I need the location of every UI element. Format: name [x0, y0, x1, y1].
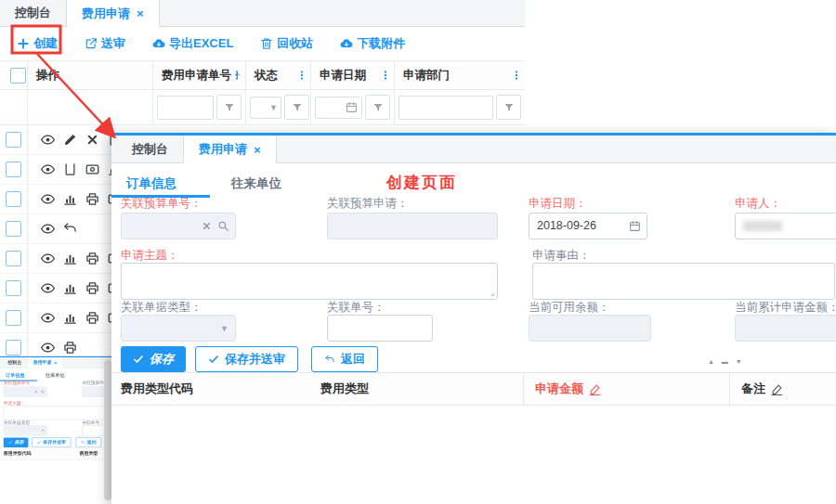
doc-type-select[interactable]: ▼: [121, 315, 236, 342]
calendar-icon[interactable]: [346, 101, 358, 113]
date-filter-input[interactable]: [315, 97, 362, 119]
x-icon[interactable]: [85, 133, 99, 147]
printer-icon[interactable]: [63, 341, 77, 355]
vertical-scrollbar[interactable]: [104, 360, 111, 500]
export-excel-button[interactable]: 导出EXCEL: [152, 35, 233, 52]
cloud-download-icon: [340, 37, 353, 50]
apply-date-label: 申请日期：: [529, 196, 587, 212]
submit-review-button[interactable]: 送审: [85, 35, 125, 52]
trash-icon: [260, 37, 273, 50]
chart-icon[interactable]: [63, 311, 77, 325]
window-tab-console[interactable]: 控制台: [117, 136, 183, 162]
subtab-order-info[interactable]: 订单信息: [126, 175, 176, 192]
eye-icon[interactable]: [41, 311, 55, 325]
column-menu-icon[interactable]: [231, 70, 242, 81]
row-checkbox[interactable]: [6, 340, 21, 355]
mini-window-tab-bar: 控制台 费用申请 ×: [0, 357, 112, 368]
tab-expense-request[interactable]: 费用申请 ×: [66, 0, 160, 27]
column-menu-icon[interactable]: [511, 70, 522, 81]
create-button[interactable]: 创建: [17, 35, 58, 52]
select-all-checkbox[interactable]: [10, 68, 26, 84]
tab-expense-label: 费用申请: [82, 6, 130, 22]
column-status[interactable]: 状态: [246, 61, 311, 89]
mini-save-button: 保存: [4, 437, 29, 447]
doc-no-input[interactable]: [327, 315, 433, 342]
applicant-input[interactable]: [735, 213, 836, 239]
download-attachment-button[interactable]: 下载附件: [340, 35, 405, 52]
tab-console-label: 控制台: [15, 5, 51, 21]
calendar-icon[interactable]: [629, 220, 641, 232]
filter-funnel-icon[interactable]: [496, 95, 521, 120]
row-checkbox[interactable]: [6, 132, 21, 148]
column-apply-date[interactable]: 申请日期: [311, 61, 395, 89]
clear-icon[interactable]: [202, 221, 212, 231]
recycle-bin-button[interactable]: 回收站: [260, 35, 313, 52]
mini-create-window: 控制台 费用申请 × 订单信息 往来单位 创建页面 关联预算单号： 关联预算申请…: [0, 356, 112, 504]
mini-save-button-label: 保存: [15, 439, 24, 446]
eye-icon[interactable]: [41, 341, 55, 355]
mini-subject-textarea: [4, 406, 112, 420]
resize-grip-icon[interactable]: [487, 289, 495, 297]
mini-doc-type-select: ▼: [4, 425, 47, 435]
printer-icon[interactable]: [85, 252, 99, 265]
pencil-icon[interactable]: [63, 133, 77, 147]
column-doc-no[interactable]: 费用申请单号: [153, 61, 246, 89]
subtab-partners[interactable]: 往来单位: [231, 175, 281, 192]
tab-console[interactable]: 控制台: [0, 0, 66, 26]
printer-icon[interactable]: [85, 311, 99, 325]
bracket-icon[interactable]: [63, 162, 77, 176]
column-menu-icon[interactable]: [380, 70, 391, 81]
eye-icon[interactable]: [41, 252, 55, 265]
row-checkbox[interactable]: [6, 191, 21, 207]
eye-icon[interactable]: [41, 162, 55, 176]
save-and-submit-button[interactable]: 保存并送审: [195, 346, 298, 372]
window-tab-close-icon[interactable]: ×: [254, 143, 261, 157]
grid-toolbar: 创建 送审 导出EXCEL 回收站 下载附件: [0, 27, 525, 60]
back-button[interactable]: 返回: [311, 346, 378, 372]
chart-icon[interactable]: [63, 192, 77, 206]
eye-icon[interactable]: [41, 281, 55, 295]
main-tab-bar: 控制台 费用申请 ×: [0, 0, 525, 27]
detail-column-amount: 申请金额: [523, 373, 729, 405]
doc-no-filter-input[interactable]: [157, 96, 214, 120]
table-header-row: 操作 费用申请单号 状态 申请日期 申请部门: [0, 60, 525, 90]
row-checkbox[interactable]: [6, 280, 21, 296]
chart-icon[interactable]: [63, 281, 77, 295]
mini-back-button-label: 返回: [87, 439, 97, 446]
eye-icon[interactable]: [41, 222, 55, 236]
undo-icon[interactable]: [63, 222, 77, 236]
back-button-label: 返回: [341, 351, 365, 368]
row-checkbox[interactable]: [6, 310, 21, 326]
filter-funnel-icon[interactable]: [216, 95, 242, 120]
search-icon[interactable]: [217, 220, 229, 232]
subject-textarea[interactable]: [121, 263, 498, 300]
detail-row-controls[interactable]: ▲ ▬ ▼: [708, 358, 745, 365]
edit-icon[interactable]: [589, 383, 601, 395]
tab-close-icon[interactable]: ×: [137, 6, 144, 20]
row-checkbox[interactable]: [6, 221, 21, 237]
eye-icon[interactable]: [41, 192, 55, 206]
cumulative-amount-input: [735, 315, 836, 342]
column-menu-icon[interactable]: [296, 70, 307, 81]
reason-textarea[interactable]: [532, 263, 835, 300]
filter-funnel-icon[interactable]: [284, 95, 309, 120]
filter-funnel-icon[interactable]: [365, 95, 390, 120]
printer-icon[interactable]: [85, 281, 99, 295]
column-apply-dept[interactable]: 申请部门: [395, 61, 525, 89]
chart-icon[interactable]: [63, 252, 77, 265]
edit-icon[interactable]: [771, 383, 783, 395]
apply-date-input[interactable]: 2018-09-26: [529, 213, 647, 239]
back-arrow-icon: [324, 354, 335, 365]
recycle-button-label: 回收站: [277, 35, 313, 52]
printer-icon[interactable]: [85, 192, 99, 206]
download-button-label: 下载附件: [357, 35, 405, 52]
row-checkbox[interactable]: [6, 251, 21, 266]
row-checkbox[interactable]: [6, 162, 21, 177]
eye-icon[interactable]: [41, 133, 55, 147]
budget-no-input[interactable]: [121, 213, 236, 239]
window-tab-expense[interactable]: 费用申请 ×: [183, 136, 277, 163]
dept-filter-input[interactable]: [398, 96, 493, 120]
status-filter-select[interactable]: ▼: [250, 97, 281, 119]
save-button[interactable]: 保存: [121, 346, 186, 372]
cash-icon[interactable]: [85, 162, 99, 176]
